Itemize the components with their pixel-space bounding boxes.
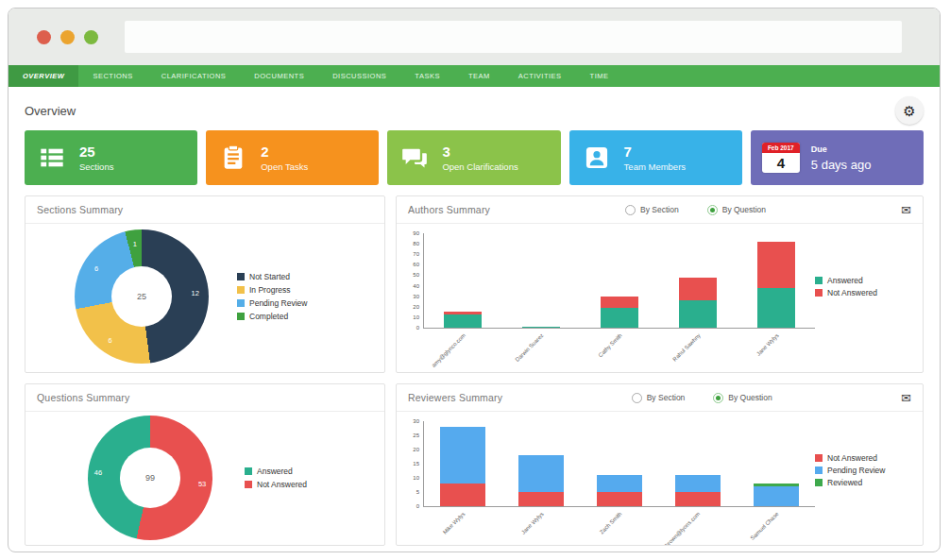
person-icon [569, 144, 624, 171]
authors-summary-chart: 0102030405060708090amy@glynco.comDarwin … [397, 224, 923, 372]
y-tick-label: 20 [413, 304, 419, 310]
stacked-bar [440, 427, 485, 506]
mail-icon[interactable]: ✉ [901, 204, 911, 216]
legend-label: Answered [257, 467, 293, 476]
bar-slot [502, 455, 581, 506]
legend-label: Not Started [249, 272, 290, 281]
legend-swatch [237, 273, 245, 280]
stat-card-sections[interactable]: 25Sections [25, 130, 197, 185]
tab-team[interactable]: TEAM [454, 65, 504, 87]
legend-label: In Progress [249, 285, 290, 295]
bar-segment-answered [522, 327, 560, 328]
radio-by-question[interactable]: By Question [707, 205, 766, 215]
legend-item: Not Answered [815, 453, 913, 463]
tab-activities[interactable]: ACTIVITIES [504, 65, 576, 87]
panel-reviewers-summary: Reviewers Summary By SectionBy Question … [396, 383, 924, 546]
reviewers-bars: 051015202530Mike WylysJane WylysZach Smi… [404, 421, 815, 546]
x-tick-label: amy@glynco.com [431, 332, 467, 368]
sections-summary-chart: 1266125Not StartedIn ProgressPending Rev… [25, 224, 384, 364]
bar-segment-not-answered [597, 492, 642, 506]
stat-card-team-members[interactable]: 7Team Members [569, 130, 742, 185]
panel-title: Reviewers Summary [408, 392, 502, 403]
stat-card-due-date[interactable]: Feb 20174Due5 days ago [751, 130, 924, 185]
page-header: Overview ⚙ [25, 93, 924, 128]
calendar-day: 4 [762, 153, 800, 173]
stat-card-text: Due5 days ago [811, 144, 872, 172]
maximize-button[interactable] [84, 30, 98, 44]
stat-card-text: 2Open Tasks [261, 144, 308, 172]
x-tick: Rahul Sawhny [658, 329, 737, 372]
bar-segment-pending-review [518, 455, 564, 492]
tab-overview[interactable]: OVERVIEW [8, 65, 78, 87]
stat-card-text: 7Team Members [624, 144, 686, 172]
legend-item: Completed [237, 312, 307, 321]
bar-segment-answered [444, 314, 482, 328]
y-tick-label: 20 [413, 447, 419, 452]
mail-icon[interactable]: ✉ [901, 392, 911, 404]
bar-segment-answered [679, 300, 717, 328]
tab-sections[interactable]: SECTIONS [78, 65, 146, 87]
bar-segment-not-answered [675, 492, 721, 506]
bar-slot [424, 427, 502, 506]
y-tick-label: 10 [413, 475, 419, 481]
tab-tasks[interactable]: TASKS [400, 65, 454, 87]
radio-circle-icon [713, 393, 723, 403]
chart-legend: Not AnsweredPending ReviewReviewed [815, 421, 913, 546]
reviewers-summary-chart: 051015202530Mike WylysJane WylysZach Smi… [397, 412, 923, 546]
legend-label: Pending Review [249, 298, 307, 308]
tab-time[interactable]: TIME [576, 65, 623, 87]
stat-card-open-clarifications[interactable]: 3Open Clarifications [387, 130, 560, 185]
plot-area: Mike WylysJane WylysZach Smithlee.brown@… [423, 421, 815, 546]
page-content: Overview ⚙ 25Sections2Open Tasks3Open Cl… [8, 87, 940, 546]
browser-chrome [8, 8, 940, 65]
legend-label: Not Answered [827, 453, 877, 463]
y-axis: 051015202530 [404, 421, 423, 506]
settings-button[interactable]: ⚙ [895, 96, 924, 125]
stat-card-value: 5 days ago [811, 158, 872, 172]
bar-slot [581, 475, 659, 506]
tab-documents[interactable]: DOCUMENTS [240, 65, 318, 87]
bars [423, 421, 815, 507]
minimize-button[interactable] [60, 30, 75, 44]
close-button[interactable] [37, 30, 51, 44]
legend-swatch [245, 481, 252, 488]
y-tick-label: 80 [413, 241, 419, 246]
legend-label: Answered [827, 276, 863, 285]
stat-card-text: 25Sections [79, 144, 113, 172]
donut-slice-label: 53 [198, 480, 206, 488]
panel-authors-summary: Authors Summary By SectionBy Question ✉ … [396, 195, 924, 373]
stat-card-value: 7 [624, 144, 686, 161]
bar-slot [424, 312, 502, 328]
y-tick-label: 25 [413, 433, 419, 438]
donut-slice-label: 46 [94, 467, 102, 476]
chart-legend: AnsweredNot Answered [815, 233, 913, 372]
legend-item: Pending Review [815, 466, 913, 475]
questions-donut: 534699 [88, 416, 212, 540]
x-tick-label: Cathy Smith [597, 332, 622, 358]
stacked-bar [675, 475, 721, 506]
gear-icon: ⚙ [903, 104, 915, 118]
radio-by-question[interactable]: By Question [713, 393, 772, 403]
x-tick-label: Samuel Chase [750, 511, 780, 541]
y-tick-label: 90 [413, 230, 419, 236]
legend-item: Not Started [237, 272, 307, 281]
bar-segment-answered [757, 288, 795, 328]
radio-by-section[interactable]: By Section [625, 205, 679, 215]
window-controls [37, 30, 108, 44]
y-tick-label: 30 [413, 294, 419, 299]
panel-header: Sections Summary [25, 196, 384, 224]
tab-clarifications[interactable]: CLARIFICATIONS [147, 65, 241, 87]
x-tick-label: Jane Wylys [520, 511, 545, 535]
authors-view-radios: By SectionBy Question [490, 205, 901, 215]
legend-swatch [237, 286, 245, 294]
address-bar[interactable] [125, 21, 902, 53]
bar-slot [737, 484, 815, 506]
legend-label: Pending Review [827, 466, 885, 475]
tab-discussions[interactable]: DISCUSSIONS [318, 65, 400, 87]
legend-item: Pending Review [237, 298, 307, 308]
radio-by-section[interactable]: By Section [632, 393, 686, 403]
y-tick-label: 0 [416, 325, 419, 331]
bar-segment-not-answered [440, 484, 485, 506]
panel-questions-summary: Questions Summary 534699AnsweredNot Answ… [25, 383, 385, 546]
stat-card-open-tasks[interactable]: 2Open Tasks [206, 130, 379, 185]
